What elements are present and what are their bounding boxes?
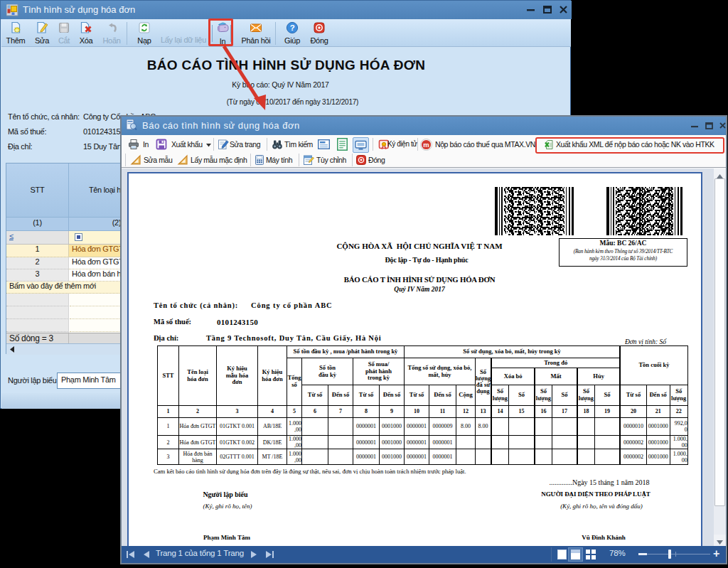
svg-text:?: ? (290, 23, 295, 32)
svg-text:m: m (423, 141, 429, 149)
